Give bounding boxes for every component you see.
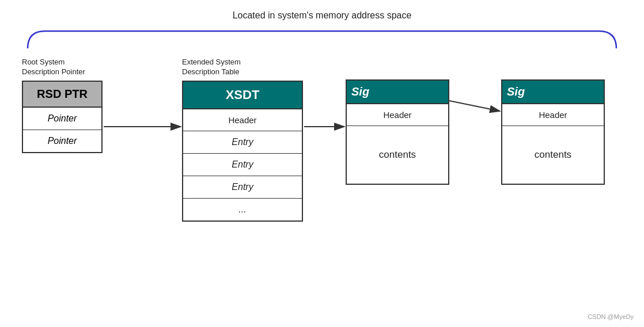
rsdptr-row-1: Pointer	[23, 108, 101, 130]
table-b-subheader: Header	[502, 104, 604, 126]
xsdt-header: XSDT	[183, 82, 302, 109]
rsdptr-row-2: Pointer	[23, 130, 101, 152]
xsdt-box: XSDT Header Entry Entry Entry ...	[182, 81, 303, 222]
rsdptr-label: Root SystemDescription Pointer	[22, 58, 103, 77]
svg-line-3	[449, 101, 500, 111]
xsdt-entry-2: Entry	[183, 154, 302, 176]
rsdptr-header: RSD PTR	[23, 82, 101, 108]
table-a-subheader: Header	[347, 104, 448, 126]
table-a-sig: Sig	[347, 81, 448, 104]
rsdptr-box: RSD PTR Pointer Pointer	[22, 81, 103, 153]
top-label: Located in system's memory address space	[233, 10, 412, 21]
diagram-container: Located in system's memory address space…	[0, 0, 644, 327]
table-b-contents: contents	[502, 126, 604, 184]
xsdt-entry-dots: ...	[183, 199, 302, 220]
table-a-box: Sig Header contents	[346, 79, 449, 185]
table-b-group: Sig Header contents	[501, 79, 605, 185]
xsdt-label: Extended SystemDescription Table	[182, 58, 303, 77]
table-a-group: Sig Header contents	[346, 79, 449, 185]
xsdt-entry-1: Entry	[183, 131, 302, 154]
table-a-contents: contents	[347, 126, 448, 184]
brace-svg	[22, 25, 622, 51]
watermark: CSDN @MyeDy	[588, 313, 634, 320]
xsdt-subheader: Header	[183, 109, 302, 131]
rsdptr-group: Root SystemDescription Pointer RSD PTR P…	[22, 58, 103, 153]
table-b-box: Sig Header contents	[501, 79, 605, 185]
table-b-sig: Sig	[502, 81, 604, 104]
xsdt-entry-3: Entry	[183, 176, 302, 199]
xsdt-group: Extended SystemDescription Table XSDT He…	[182, 58, 303, 222]
